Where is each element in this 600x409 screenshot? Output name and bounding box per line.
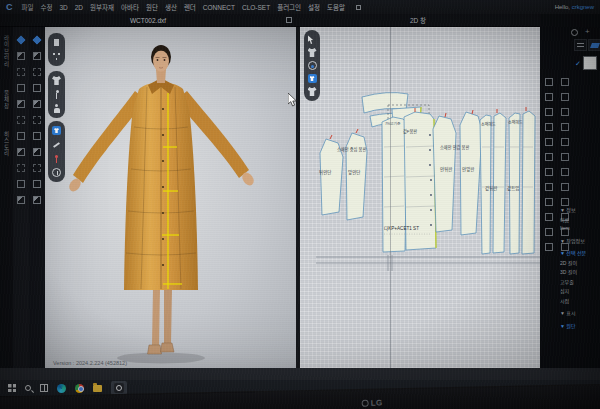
left-toolbar-icon[interactable] (33, 132, 41, 140)
right-toolbar-icon[interactable] (561, 168, 569, 176)
right-toolbar-icon[interactable] (561, 93, 569, 101)
right-toolbar-icon[interactable] (545, 78, 553, 86)
edge-browser-icon[interactable] (57, 384, 66, 393)
windows-start-icon[interactable] (8, 384, 16, 392)
garment-display-icon[interactable] (52, 76, 61, 85)
avatar-display-icon[interactable] (52, 104, 61, 113)
left-toolbar-icon[interactable] (17, 180, 25, 188)
left-toolbar-icon[interactable] (33, 148, 41, 156)
menu-overflow-icon[interactable] (356, 5, 361, 10)
right-toolbar-icon[interactable] (545, 108, 553, 116)
left-toolbar-icon[interactable] (16, 35, 25, 44)
left-toolbar-icon[interactable] (17, 164, 25, 172)
left-toolbar-icon[interactable] (17, 132, 25, 140)
pin-icon[interactable] (52, 90, 61, 99)
menu-2d[interactable]: 2D (75, 4, 83, 11)
menu-help[interactable]: 도움말 (327, 2, 345, 12)
left-toolbar-icon[interactable] (32, 35, 41, 44)
right-toolbar-icon[interactable] (561, 183, 569, 191)
left-toolbar-icon[interactable] (33, 84, 41, 92)
fabric-swatch[interactable] (583, 56, 597, 70)
left-toolbar-icon[interactable] (33, 52, 41, 60)
right-toolbar-icon[interactable] (545, 228, 553, 236)
pattern-piece-front-panel-a[interactable] (382, 117, 407, 252)
left-toolbar-icon[interactable] (33, 116, 41, 124)
pattern-display-icon[interactable] (308, 48, 317, 57)
dock-tab-objects[interactable]: 물체창 (3, 90, 11, 110)
dock-tab-history[interactable]: 히스토리 (3, 131, 11, 157)
gear-icon[interactable] (571, 29, 578, 36)
left-toolbar-icon[interactable] (33, 180, 41, 188)
tab-fabric[interactable] (588, 39, 600, 51)
tab-3d-window[interactable]: WCT002.dxf (0, 14, 296, 27)
right-toolbar-icon[interactable] (545, 153, 553, 161)
left-toolbar-icon[interactable] (33, 196, 41, 204)
info-icon[interactable] (52, 168, 61, 177)
prop-section-info[interactable]: ▼ 정보 (560, 206, 598, 213)
menu-trims[interactable]: 원부자재 (90, 2, 114, 12)
right-toolbar-icon[interactable] (561, 108, 569, 116)
right-toolbar-icon[interactable] (545, 138, 553, 146)
left-toolbar-icon[interactable] (17, 196, 25, 204)
menu-closet[interactable]: CLO-SET (242, 4, 270, 11)
left-toolbar-icon[interactable] (33, 100, 41, 108)
show-seamlines-icon[interactable] (308, 61, 317, 70)
prop-section-display[interactable]: ▼ 표시 (560, 309, 598, 316)
pattern-piece-back-strip-2[interactable] (493, 113, 506, 253)
prop-section-fabric[interactable]: ▼ 원단 (560, 322, 598, 329)
menu-file[interactable]: 파일 (22, 2, 34, 12)
right-toolbar-icon[interactable] (561, 123, 569, 131)
account-greeting[interactable]: Hello, crkgnew (555, 4, 594, 10)
pattern-piece-back-strip-3[interactable] (509, 113, 520, 254)
right-toolbar-icon[interactable] (545, 123, 553, 131)
tab-2d-window[interactable]: 2D 창 (296, 14, 540, 27)
avatar-3d-render[interactable] (45, 27, 296, 368)
pattern-piece-back-strip-1[interactable] (480, 115, 491, 254)
right-toolbar-icon[interactable] (561, 78, 569, 86)
paint-icon[interactable] (52, 140, 61, 149)
stress-map-icon[interactable] (52, 154, 61, 163)
task-view-icon[interactable] (40, 384, 48, 392)
menu-connect[interactable]: CONNECT (203, 4, 235, 11)
file-explorer-icon[interactable] (93, 385, 102, 392)
pan-hand-icon[interactable] (52, 38, 61, 47)
right-toolbar-icon[interactable] (545, 93, 553, 101)
textured-surface-icon-selected[interactable] (52, 126, 61, 135)
chrome-browser-icon[interactable] (75, 384, 84, 393)
pattern-canvas[interactable]: 뒤안단 앞안단 소매안 중심 몸판 7902기준 겉F몸판 소매안 안감 몸판 … (300, 27, 540, 368)
left-toolbar-icon[interactable] (17, 52, 25, 60)
username[interactable]: crkgnew (572, 4, 594, 10)
3d-viewport[interactable]: Version : 2024.2.224 (452812) (45, 27, 296, 368)
tab-object-list[interactable] (574, 39, 587, 51)
transform-pattern-icon[interactable] (308, 35, 317, 44)
pattern-piece-sleeve-lining-b[interactable] (460, 112, 482, 235)
textured-pattern-icon-selected[interactable] (308, 74, 317, 83)
prop-section-selected-line[interactable]: ▼ 선택 선분 (560, 249, 598, 256)
right-toolbar-icon[interactable] (545, 183, 553, 191)
close-icon[interactable] (286, 17, 292, 23)
show-points-icon[interactable] (52, 52, 61, 61)
menu-avatar[interactable]: 아바타 (121, 2, 139, 12)
right-toolbar-icon[interactable] (545, 213, 553, 221)
left-toolbar-icon[interactable] (17, 100, 25, 108)
right-toolbar-icon[interactable] (545, 243, 553, 251)
prop-section-work[interactable]: ▼ 작업정보 (560, 237, 598, 244)
dock-tab-library[interactable]: 라이브러리 (3, 35, 11, 68)
right-toolbar-icon[interactable] (545, 168, 553, 176)
menu-3d[interactable]: 3D (59, 4, 67, 11)
right-toolbar-icon[interactable] (545, 198, 553, 206)
show-grainline-icon[interactable] (308, 87, 317, 96)
add-icon[interactable]: + (585, 28, 590, 36)
left-toolbar-icon[interactable] (17, 84, 25, 92)
left-toolbar-icon[interactable] (33, 164, 41, 172)
menu-settings[interactable]: 설정 (308, 2, 320, 12)
menu-edit[interactable]: 수정 (40, 2, 52, 12)
menu-fabric[interactable]: 원단 (146, 2, 158, 12)
right-toolbar-icon[interactable] (561, 138, 569, 146)
menu-render[interactable]: 렌더 (184, 2, 196, 12)
left-toolbar-icon[interactable] (17, 116, 25, 124)
menu-plugin[interactable]: 플러그인 (277, 2, 301, 12)
2d-pattern-viewport[interactable]: 뒤안단 앞안단 소매안 중심 몸판 7902기준 겉F몸판 소매안 안감 몸판 … (300, 27, 540, 368)
left-toolbar-icon[interactable] (17, 68, 25, 76)
right-toolbar-icon[interactable] (561, 153, 569, 161)
